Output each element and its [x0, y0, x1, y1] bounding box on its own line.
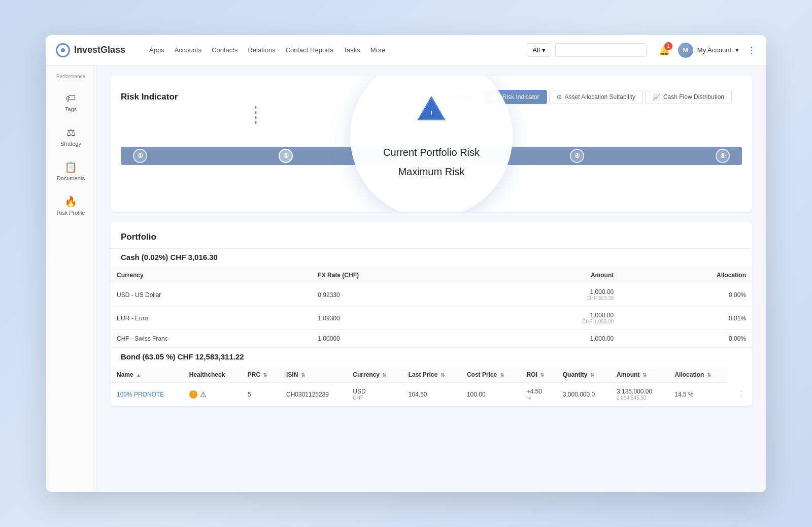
sort-icon[interactable]: ⇅: [707, 372, 711, 378]
notification-button[interactable]: 🔔 1: [659, 45, 670, 56]
sort-icon[interactable]: ⇅: [301, 372, 305, 378]
account-arrow-icon: ▾: [735, 46, 739, 54]
risk-profile-icon: 🔥: [64, 195, 77, 208]
bond-col-quantity: Quantity ⇅: [557, 367, 611, 383]
logo[interactable]: InvestGlass: [56, 43, 137, 57]
health-icons: ! ⚠: [189, 390, 235, 399]
bond-col-prc: PRC ⇅: [242, 367, 280, 383]
portfolio-title: Portfolio: [111, 222, 752, 248]
more-options-icon[interactable]: ⋮: [747, 45, 756, 56]
bond-row1-prc: 5: [242, 383, 280, 406]
cash-row1-fx: 0.92330: [312, 283, 481, 307]
sort-icon[interactable]: ⇅: [642, 372, 647, 378]
cash-table-header-row: Currency FX Rate (CHF) Amount Allocation: [111, 268, 752, 283]
bond-row1-amount: 3,135,000.00 2,894,545.50: [611, 383, 668, 406]
nav-contact-reports[interactable]: Contact Reports: [286, 46, 333, 54]
bond-table: Name ▲ Healthcheck PRC ⇅ ISIN ⇅: [111, 367, 752, 406]
bond-row1-roi: +4.50 %: [520, 383, 556, 406]
account-label: My Account: [697, 46, 731, 54]
logo-icon: [56, 43, 70, 57]
cash-col-currency: Currency: [111, 268, 312, 283]
zoom-text-line1: Current Portfolio Risk: [383, 145, 480, 160]
dashed-line: [255, 106, 256, 124]
tab-cash-flow[interactable]: 📈 Cash Flow Distribution: [645, 90, 732, 104]
cash-flow-tab-icon: 📈: [653, 93, 660, 101]
bond-col-healthcheck: Healthcheck: [183, 367, 242, 383]
nav-apps[interactable]: Apps: [149, 46, 164, 54]
cash-table: Currency FX Rate (CHF) Amount Allocation…: [111, 268, 752, 348]
search-area: All ▾: [527, 43, 646, 57]
warning-icon: !: [189, 390, 197, 399]
bond-row1-quantity: 3,000,000.0: [557, 383, 611, 406]
sidebar: Performance 🏷 Tags ⚖ Strategy 📋 Document…: [46, 65, 96, 492]
navbar: InvestGlass Apps Accounts Contacts Relat…: [46, 35, 766, 65]
sort-icon[interactable]: ⇅: [540, 372, 544, 378]
bond-col-amount: Amount ⇅: [611, 367, 668, 383]
bond-row1-cost-price: 100.00: [461, 383, 521, 406]
bond-row1-allocation: 14.5 %: [668, 383, 727, 406]
cash-row2-amount: 1,000.00 CHF 1,093.00: [481, 307, 620, 330]
notification-badge: 1: [664, 42, 672, 50]
risk-indicator-tab-label: Risk Indicator: [502, 93, 539, 101]
sidebar-item-risk-profile[interactable]: 🔥 Risk Profile: [51, 190, 91, 221]
sidebar-strategy-label: Strategy: [60, 141, 81, 147]
tags-icon: 🏷: [66, 92, 76, 104]
search-input[interactable]: [555, 43, 647, 57]
strategy-icon: ⚖: [66, 126, 76, 139]
bond-col-name: Name ▲: [111, 367, 183, 383]
logo-dot: [61, 48, 65, 52]
all-dropdown[interactable]: All ▾: [527, 43, 551, 57]
account-button[interactable]: M My Account ▾: [678, 43, 739, 58]
nav-relations[interactable]: Relations: [248, 46, 275, 54]
cash-row1-currency: USD - US Dollar: [111, 283, 312, 307]
bond-row1-last-price: 104.50: [402, 383, 461, 406]
sort-icon[interactable]: ⇅: [441, 372, 445, 378]
table-row: EUR - Euro 1.09300 1,000.00 CHF 1,093.00…: [111, 307, 752, 330]
sidebar-item-strategy[interactable]: ⚖ Strategy: [51, 121, 91, 152]
bond-col-roi: ROI ⇅: [520, 367, 556, 383]
cash-col-fx-rate: FX Rate (CHF): [312, 268, 481, 283]
cash-row1-allocation: 0.00%: [620, 283, 752, 307]
browser-window: InvestGlass Apps Accounts Contacts Relat…: [46, 35, 766, 492]
bond-row1-currency: USD CHF: [347, 383, 402, 406]
cash-row3-allocation: 0.00%: [620, 330, 752, 348]
cash-row2-currency: EUR - Euro: [111, 307, 312, 330]
documents-icon: 📋: [64, 161, 77, 173]
zoom-overlay: ! Current Portfolio Risk Maximum Risk: [350, 76, 513, 212]
bond-col-cost-price: Cost Price ⇅: [461, 367, 521, 383]
risk-slider-container: ! Current Portfolio Risk Maximum Risk: [111, 110, 752, 212]
risk-node-4: ④: [570, 149, 584, 163]
sort-icon[interactable]: ▲: [136, 372, 141, 378]
risk-node-5: ⑤: [716, 149, 730, 163]
cash-flow-tab-label: Cash Flow Distribution: [663, 93, 724, 101]
cash-row1-amount: 1,000.00 CHF 923.30: [481, 283, 620, 307]
avatar: M: [678, 43, 693, 58]
portfolio-card: Portfolio Cash (0.02%) CHF 3,016.30 Curr…: [111, 222, 752, 406]
sort-icon[interactable]: ⇅: [263, 372, 267, 378]
alert-icon: ⚠: [199, 390, 208, 399]
table-row: USD - US Dollar 0.92330 1,000.00 CHF 923…: [111, 283, 752, 307]
nav-more[interactable]: More: [370, 46, 386, 54]
sort-icon[interactable]: ⇅: [500, 372, 504, 378]
cash-row3-currency: CHF - Swiss Franc: [111, 330, 312, 348]
nav-links: Apps Accounts Contacts Relations Contact…: [149, 46, 515, 54]
sidebar-item-documents[interactable]: 📋 Documents: [51, 156, 91, 186]
row-context-menu[interactable]: ⋮: [727, 383, 752, 406]
svg-text:!: !: [430, 110, 432, 117]
nav-contacts[interactable]: Contacts: [212, 46, 238, 54]
dropdown-arrow-icon: ▾: [542, 46, 546, 54]
sort-icon[interactable]: ⇅: [590, 372, 594, 378]
tab-asset-allocation[interactable]: ⊙ Asset Allocation Suitability: [549, 90, 643, 104]
cash-col-amount: Amount: [481, 268, 620, 283]
risk-triangle-icon: !: [415, 94, 448, 122]
table-row: CHF - Swiss Franc 1.00000 1,000.00 0.00%: [111, 330, 752, 348]
sidebar-item-tags[interactable]: 🏷 Tags: [51, 87, 91, 117]
nav-tasks[interactable]: Tasks: [344, 46, 360, 54]
bond-row1-name[interactable]: 100% PRONOTE: [111, 383, 183, 406]
sort-icon[interactable]: ⇅: [382, 372, 386, 378]
sidebar-section-label: Performance: [56, 74, 85, 79]
nav-right: 🔔 1 M My Account ▾ ⋮: [659, 43, 756, 58]
sidebar-risk-profile-label: Risk Profile: [57, 210, 85, 216]
main-content: Risk Indicator 📊 Charts 🔔 Risk Indicator…: [96, 65, 766, 492]
nav-accounts[interactable]: Accounts: [175, 46, 201, 54]
